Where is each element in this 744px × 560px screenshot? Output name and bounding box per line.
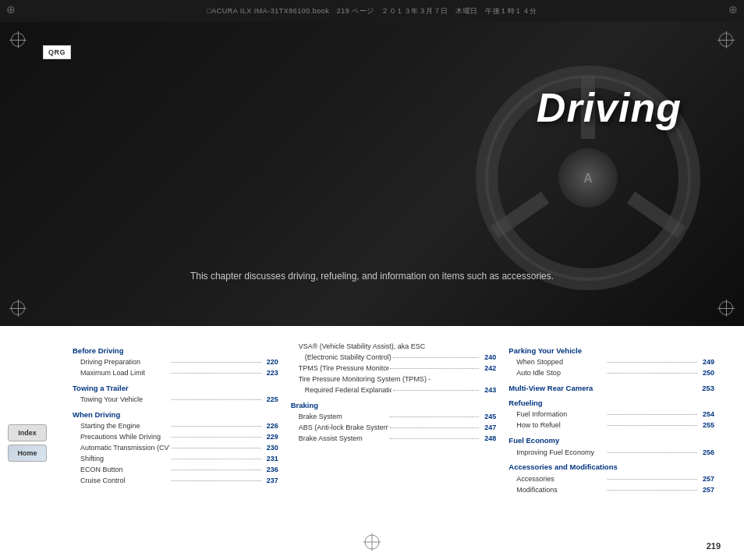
toc-item-improving-fuel: Improving Fuel Economy 256 [508,448,714,459]
toc-item-towing-vehicle: Towing Your Vehicle 225 [73,395,278,406]
toc-item-modifications: Modifications 257 [508,485,714,496]
toc-columns: Before Driving Driving Preparation 220 M… [66,342,721,548]
toc-item-abs: ABS (Anti-lock Brake System) 247 [291,423,497,434]
toc-item-accessories: Accessories 257 [508,474,714,485]
toc-header-braking: Braking [291,399,497,411]
toc-item-vsa-header: VSA® (Vehicle Stability Assist), aka ESC [291,342,497,353]
toc-column-1: Before Driving Driving Preparation 220 M… [66,342,285,548]
steering-wheel-image: A [432,37,705,303]
toc-item-fuel-info: Fuel Information 254 [508,409,714,420]
toc-item-how-to-refuel: How to Refuel 255 [508,420,714,431]
index-button[interactable]: Index [8,424,47,441]
home-button[interactable]: Home [8,445,47,462]
bottom-center-crosshair [363,533,381,554]
crosshair-bottom-right [717,299,735,317]
toc-header-fuel-economy: Fuel Economy [508,434,714,446]
toc-item-when-stopped: When Stopped 249 [508,357,714,368]
toc-header-rear-camera: Multi-View Rear Camera 253 [508,382,714,394]
toc-item-precautions: Precautions While Driving 229 [73,432,278,443]
toc-item-vsa-esc: (Electronic Stability Control), System 2… [291,353,497,363]
toc-header-before-driving: Before Driving [73,345,278,356]
sidebar-buttons: Index Home [8,424,47,462]
crosshair-top-right [717,31,735,48]
toc-item-econ: ECON Button 236 [73,465,278,476]
svg-text:A: A [583,172,593,185]
page-title: Driving [537,84,682,131]
page-number: 219 [707,541,721,551]
top-bar: ⊕ □ACURA ILX IMA-31TX86100.book 219 ページ … [0,0,744,22]
toc-item-cruise: Cruise Control 237 [73,476,278,487]
toc-item-auto-idle-stop: Auto Idle Stop 250 [508,368,714,379]
top-left-mark: ⊕ [6,3,16,16]
toc-header-towing: Towing a Trailer [73,382,278,394]
toc-item-shifting: Shifting 231 [73,454,278,465]
crosshair-bottom-left [9,299,27,317]
content-area: Index Home Before Driving Driving Prepar… [0,326,744,560]
toc-column-2: VSA® (Vehicle Stability Assist), aka ESC… [285,342,503,548]
toc-item-brake-system: Brake System 245 [291,412,497,423]
toc-item-driving-prep: Driving Preparation 220 [73,357,278,368]
toc-header-when-driving: When Driving [73,409,278,420]
hero-section: QRG A [0,22,744,326]
top-bar-text: □ACURA ILX IMA-31TX86100.book 219 ページ ２０… [8,6,736,16]
toc-item-tpms: TPMS (Tire Pressure Monitoring System) 2… [291,363,497,374]
toc-item-tpms-federal-header: Tire Pressure Monitoring System (TPMS) - [291,374,497,385]
toc-header-parking: Parking Your Vehicle [508,345,714,356]
toc-item-auto-trans: Automatic Transmission (CVT) 230 [73,443,278,454]
chapter-description: This chapter discusses driving, refuelin… [146,269,598,283]
toc-header-accessories: Accessories and Modifications [508,461,714,473]
toc-header-refueling: Refueling [508,397,714,409]
toc-item-tpms-federal: Required Federal Explanation 243 [291,385,497,396]
top-right-mark: ⊕ [728,3,738,16]
toc-item-brake-assist: Brake Assist System 248 [291,434,497,445]
qrg-badge: QRG [43,45,71,59]
toc-item-max-load: Maximum Load Limit 223 [73,368,278,379]
toc-column-3: Parking Your Vehicle When Stopped 249 Au… [502,342,721,548]
toc-item-starting-engine: Starting the Engine 226 [73,421,278,432]
crosshair-top-left [9,31,27,48]
